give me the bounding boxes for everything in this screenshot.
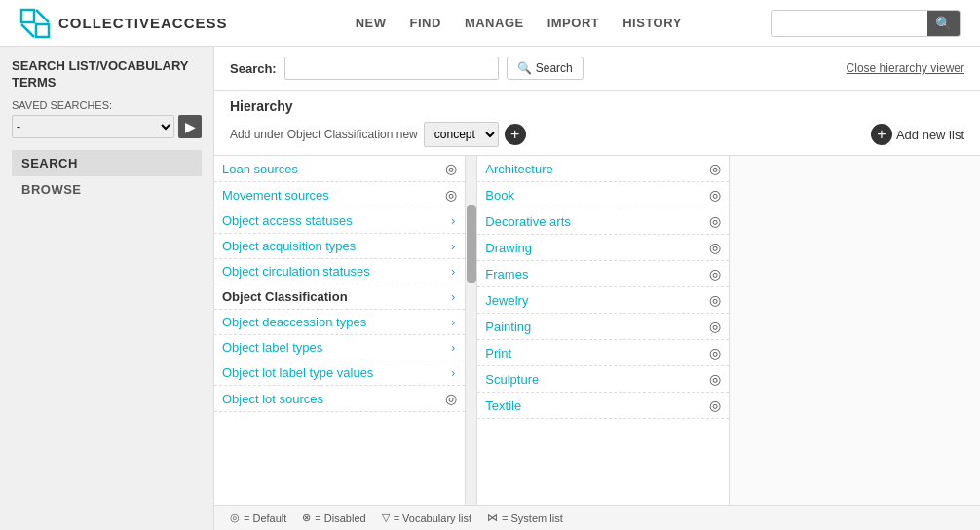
list-item[interactable]: Object Classification›	[214, 284, 465, 310]
list-panel-2: Architecture◎Book◎Decorative arts◎Drawin…	[477, 156, 729, 505]
list-item-label: Jewelry	[485, 293, 708, 308]
chevron-right-icon[interactable]: ›	[451, 289, 455, 304]
nav-search-box: 🔍	[771, 10, 961, 37]
list-item[interactable]: Loan sources◎	[214, 156, 465, 182]
list-item-label: Book	[485, 188, 708, 203]
list-item[interactable]: Object lot label type values›	[214, 360, 465, 386]
list-item[interactable]: Print◎	[477, 340, 728, 366]
chevron-right-icon[interactable]: ›	[451, 239, 455, 253]
list-item-label: Frames	[485, 267, 708, 282]
nav-manage[interactable]: MANAGE	[465, 16, 524, 30]
hierarchy-add-select[interactable]: concept item term	[424, 122, 499, 147]
item-status-icon: ◎	[709, 161, 721, 176]
legend-bar: ◎= Default⊗= Disabled▽= Vocabulary list⋈…	[214, 505, 980, 530]
list-item-label: Object lot sources	[222, 392, 445, 406]
sidebar-item-browse[interactable]: BROWSE	[12, 176, 202, 203]
content-search-left: Search: 🔍 Search	[230, 57, 584, 80]
item-status-icon: ◎	[709, 240, 721, 255]
list-item[interactable]: Book◎	[477, 182, 728, 208]
list-item-label: Object deaccession types	[222, 315, 451, 329]
nav-search-button[interactable]: 🔍	[927, 10, 960, 37]
hierarchy-add-button[interactable]: +	[505, 124, 526, 145]
list-item-label: Object label types	[222, 340, 451, 355]
nav-import[interactable]: IMPORT	[547, 16, 600, 30]
item-status-icon: ◎	[709, 371, 721, 387]
add-new-list-button[interactable]: + Add new list	[871, 124, 964, 145]
list-item-label: Loan sources	[222, 162, 445, 176]
list-item-label: Sculpture	[485, 372, 708, 387]
chevron-right-icon[interactable]: ›	[451, 315, 455, 329]
nav-history[interactable]: HISTORY	[622, 16, 682, 30]
content-search-input[interactable]	[284, 57, 499, 80]
scroll-thumb-1	[467, 205, 476, 283]
list-item-label: Object acquisition types	[222, 239, 451, 253]
list-item-label: Object lot label type values	[222, 365, 451, 380]
svg-line-3	[36, 10, 49, 22]
list-item[interactable]: Object access statuses›	[214, 208, 465, 234]
top-nav: COLLECTIVEACCESS NEW FIND MANAGE IMPORT …	[0, 0, 980, 47]
list-item[interactable]: Jewelry◎	[477, 287, 728, 314]
list-item[interactable]: Frames◎	[477, 261, 728, 287]
legend-label: = Default	[244, 512, 286, 524]
close-hierarchy-button[interactable]: Close hierarchy viewer	[847, 61, 964, 75]
legend-symbol: ◎	[230, 511, 240, 524]
legend-label: = System list	[502, 512, 563, 524]
legend-item: ▽= Vocabulary list	[382, 511, 471, 524]
add-new-list-icon: +	[871, 124, 892, 145]
scroll-panel-1[interactable]	[466, 156, 477, 505]
item-status-icon: ◎	[445, 187, 457, 203]
legend-item: ◎= Default	[230, 511, 286, 524]
list-item[interactable]: Object acquisition types›	[214, 234, 465, 259]
sidebar-saved-row: - ▶	[12, 115, 202, 138]
sidebar-item-search[interactable]: SEARCH	[12, 150, 202, 176]
list-item[interactable]: Movement sources◎	[214, 182, 465, 208]
list-item[interactable]: Architecture◎	[477, 156, 728, 182]
nav-new[interactable]: NEW	[356, 16, 387, 30]
legend-item: ⋈= System list	[487, 511, 563, 524]
chevron-right-icon[interactable]: ›	[451, 340, 455, 355]
list-item-label: Movement sources	[222, 188, 445, 203]
list-item[interactable]: Drawing◎	[477, 235, 728, 261]
chevron-right-icon[interactable]: ›	[451, 264, 455, 279]
sidebar-saved-label: SAVED SEARCHES:	[12, 99, 202, 111]
item-status-icon: ◎	[709, 187, 721, 203]
chevron-right-icon[interactable]: ›	[451, 213, 455, 228]
list-item[interactable]: Painting◎	[477, 314, 728, 340]
legend-label: = Disabled	[315, 512, 365, 524]
list-item[interactable]: Textile◎	[477, 393, 728, 419]
list-item[interactable]: Object deaccession types›	[214, 310, 465, 335]
list-panel-3	[730, 156, 980, 505]
sidebar: SEARCH LIST/VOCABULARY TERMS SAVED SEARC…	[0, 47, 214, 530]
item-status-icon: ◎	[709, 213, 721, 229]
content-area: Search: 🔍 Search Close hierarchy viewer …	[214, 47, 980, 530]
svg-line-2	[21, 24, 34, 37]
content-search-button[interactable]: 🔍 Search	[507, 57, 584, 80]
svg-rect-0	[21, 10, 34, 22]
chevron-right-icon[interactable]: ›	[451, 365, 455, 380]
hierarchy-add-row: Add under Object Classification new conc…	[230, 122, 964, 147]
search-icon: 🔍	[517, 61, 532, 75]
logo-area: COLLECTIVEACCESS	[19, 8, 228, 39]
nav-find[interactable]: FIND	[410, 16, 441, 30]
list-item[interactable]: Sculpture◎	[477, 366, 728, 393]
list-panel-1: Loan sources◎Movement sources◎Object acc…	[214, 156, 466, 505]
sidebar-go-button[interactable]: ▶	[178, 115, 202, 138]
list-item[interactable]: Object label types›	[214, 335, 465, 360]
legend-symbol: ⊗	[302, 511, 311, 524]
content-search-label: Search:	[230, 61, 277, 76]
list-item-label: Object Classification	[222, 289, 451, 304]
legend-symbol: ⋈	[487, 511, 498, 524]
list-item[interactable]: Object lot sources◎	[214, 386, 465, 412]
list-item-label: Textile	[485, 398, 708, 413]
list-item-label: Drawing	[485, 241, 708, 255]
item-status-icon: ◎	[709, 266, 721, 282]
list-item[interactable]: Decorative arts◎	[477, 208, 728, 235]
hierarchy-add-label: Add under Object Classification new	[230, 128, 418, 141]
legend-label: = Vocabulary list	[394, 512, 471, 524]
nav-search-input[interactable]	[772, 17, 927, 30]
list-item[interactable]: Object circulation statuses›	[214, 259, 465, 284]
nav-links: NEW FIND MANAGE IMPORT HISTORY	[267, 16, 771, 30]
hierarchy-title: Hierarchy	[230, 98, 964, 114]
logo-icon	[19, 8, 51, 39]
sidebar-saved-select[interactable]: -	[12, 115, 174, 138]
